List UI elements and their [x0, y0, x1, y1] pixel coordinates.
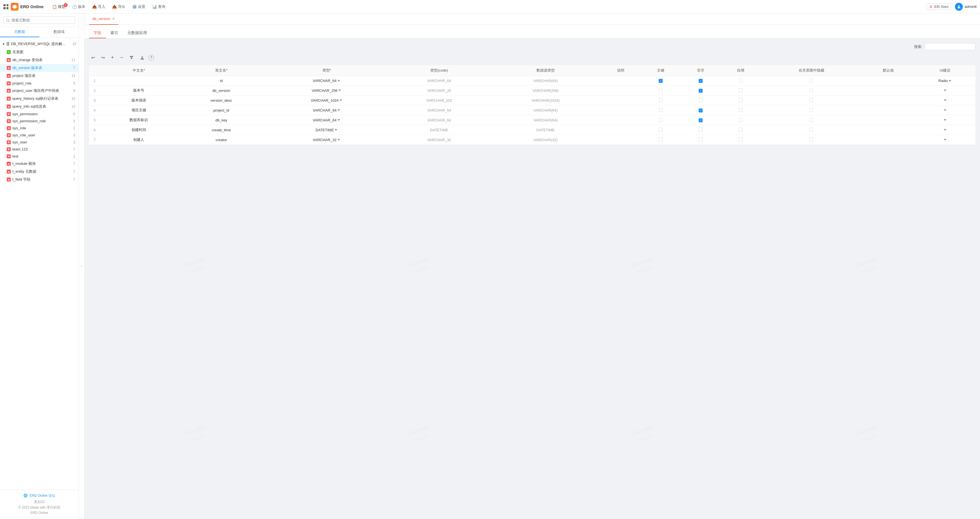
cell-primary-key[interactable]: [641, 86, 681, 96]
cell-auto-inc[interactable]: [721, 125, 760, 135]
cell-type[interactable]: VARCHAR_256: [265, 86, 388, 96]
cell-not-null[interactable]: [681, 115, 721, 125]
nav-item-settings[interactable]: ⚙️设置: [129, 3, 148, 11]
checkbox[interactable]: [809, 127, 813, 132]
checkbox[interactable]: [699, 137, 703, 142]
cell-auto-inc[interactable]: [721, 135, 760, 145]
tree-item-t_module[interactable]: ▦t_module 模块7: [0, 160, 79, 168]
cell-hide-in-rel[interactable]: [760, 96, 862, 105]
sub-nav-meta-apply[interactable]: 元数据应用: [123, 28, 151, 38]
tree-item-test[interactable]: ▦test1: [0, 153, 79, 160]
cell-type[interactable]: VARCHAR_64: [265, 115, 388, 125]
checkbox[interactable]: [659, 98, 663, 102]
checkbox[interactable]: [739, 118, 743, 122]
tree-item-query_history[interactable]: ▦query_history sql执行记录表12: [0, 95, 79, 103]
tab-db-version[interactable]: db_version ✕: [89, 14, 118, 25]
undo-button[interactable]: ↩: [89, 54, 97, 61]
tree-item-relation[interactable]: ⋈关系图: [0, 48, 79, 56]
cell-en-name[interactable]: version_desc: [177, 96, 266, 105]
checkbox[interactable]: [699, 108, 703, 112]
checkbox[interactable]: [809, 118, 813, 122]
tree-item-team_123[interactable]: ▦team 1237: [0, 146, 79, 153]
table-search-input[interactable]: [925, 43, 975, 50]
cell-cn-name[interactable]: 项目主键: [100, 105, 177, 115]
cell-default-val[interactable]: [862, 76, 915, 86]
cell-default-val[interactable]: [862, 96, 915, 105]
nav-item-import[interactable]: 📥导入: [89, 3, 108, 11]
cell-en-name[interactable]: creator: [177, 135, 266, 145]
tree-item-sys_role[interactable]: ▦sys_role2: [0, 124, 79, 132]
ui-suggest-select[interactable]: [943, 118, 947, 122]
cell-type[interactable]: DATETIME: [265, 125, 388, 135]
tree-item-project_user[interactable]: ▦project_user 项目用户中间表9: [0, 87, 79, 95]
checkbox[interactable]: [739, 88, 743, 92]
cell-cn-name[interactable]: 版本号: [100, 86, 177, 96]
checkbox[interactable]: [659, 108, 663, 112]
tree-item-sys_role_user[interactable]: ▦sys_role_user3: [0, 132, 79, 139]
ui-suggest-select[interactable]: [943, 89, 947, 93]
cell-description[interactable]: [601, 135, 641, 145]
cell-primary-key[interactable]: [641, 135, 681, 145]
ui-suggest-select[interactable]: [943, 128, 947, 132]
grid-menu-icon[interactable]: [3, 4, 8, 9]
redo-button[interactable]: ↪: [99, 54, 107, 61]
checkbox[interactable]: [659, 118, 663, 122]
cell-ui-suggest[interactable]: [915, 96, 975, 105]
type-select[interactable]: VARCHAR_256: [312, 89, 342, 93]
tree-item-sys_permission[interactable]: ▦sys_permission5: [0, 110, 79, 118]
cell-cn-name[interactable]: [100, 76, 177, 86]
checkbox[interactable]: [659, 127, 663, 132]
cell-en-name[interactable]: create_time: [177, 125, 266, 135]
cell-default-val[interactable]: [862, 125, 915, 135]
cell-default-val[interactable]: [862, 86, 915, 96]
cell-primary-key[interactable]: [641, 96, 681, 105]
tab-metadata[interactable]: 元数据: [0, 27, 40, 37]
user-info[interactable]: admin8: [955, 3, 977, 11]
cell-type[interactable]: VARCHAR_32: [265, 135, 388, 145]
checkbox[interactable]: [659, 88, 663, 92]
checkbox[interactable]: [809, 137, 813, 142]
tree-item-project_role[interactable]: ▦project_role5: [0, 80, 79, 87]
cell-default-val[interactable]: [862, 115, 915, 125]
tree-root[interactable]: ▼ 🗄 DB_REVERSE_MYSQL 逆向解... 23: [0, 40, 79, 48]
type-select[interactable]: DATETIME: [316, 128, 338, 132]
cell-hide-in-rel[interactable]: [760, 86, 862, 96]
cell-not-null[interactable]: [681, 135, 721, 145]
move-down-button[interactable]: [138, 54, 147, 61]
cell-auto-inc[interactable]: [721, 105, 760, 115]
sub-nav-index[interactable]: 索引: [106, 28, 123, 38]
cell-not-null[interactable]: [681, 125, 721, 135]
cell-primary-key[interactable]: [641, 76, 681, 86]
checkbox[interactable]: [699, 98, 703, 102]
cell-primary-key[interactable]: [641, 115, 681, 125]
cell-hide-in-rel[interactable]: [760, 115, 862, 125]
cell-cn-name[interactable]: 创建时间: [100, 125, 177, 135]
checkbox[interactable]: [699, 118, 703, 122]
nav-item-version[interactable]: 🕐版本: [69, 3, 88, 11]
ui-suggest-select[interactable]: [943, 108, 947, 112]
cell-type[interactable]: VARCHAR_64: [265, 76, 388, 86]
ui-suggest-select[interactable]: [943, 138, 947, 142]
cell-ui-suggest[interactable]: [915, 135, 975, 145]
cell-ui-suggest[interactable]: [915, 105, 975, 115]
ui-suggest-select[interactable]: [943, 98, 947, 103]
tree-item-db_change[interactable]: ▦db_change 变动表11: [0, 56, 79, 64]
checkbox[interactable]: [809, 98, 813, 102]
cell-hide-in-rel[interactable]: [760, 76, 862, 86]
type-select[interactable]: VARCHAR_1024: [311, 98, 343, 103]
help-button[interactable]: ?: [148, 55, 154, 60]
cell-primary-key[interactable]: [641, 105, 681, 115]
tab-domain[interactable]: 数据域: [40, 27, 79, 37]
cell-type[interactable]: VARCHAR_64: [265, 105, 388, 115]
cell-hide-in-rel[interactable]: [760, 135, 862, 145]
cell-en-name[interactable]: db_version: [177, 86, 266, 96]
cell-description[interactable]: [601, 105, 641, 115]
checkbox[interactable]: [739, 98, 743, 102]
cell-auto-inc[interactable]: [721, 86, 760, 96]
cell-not-null[interactable]: [681, 86, 721, 96]
tree-item-query_info[interactable]: ▦query_info sql信息表12: [0, 103, 79, 110]
type-select[interactable]: VARCHAR_64: [313, 108, 341, 112]
search-input[interactable]: [3, 16, 75, 24]
checkbox[interactable]: [739, 137, 743, 142]
checkbox[interactable]: [739, 78, 743, 82]
